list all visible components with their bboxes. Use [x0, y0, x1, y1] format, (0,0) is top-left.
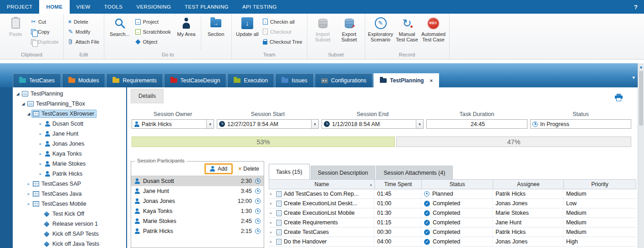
menu-tools[interactable]: TOOLS — [97, 0, 130, 14]
export-subset-button[interactable]: ↗ Export Subset — [336, 15, 363, 42]
duplicate-button[interactable]: Duplicate — [29, 38, 61, 46]
scrollbar-thumb[interactable] — [639, 71, 643, 126]
task-row[interactable]: ▸Create ExecutionList Mobile 01:30 ✓Comp… — [269, 208, 636, 218]
row-expand-icon[interactable]: ▸ — [270, 230, 274, 234]
participant-row[interactable]: Marie Stokes 2:45 — [131, 216, 264, 226]
expanded-arrow-icon[interactable]: ◢ — [20, 102, 26, 106]
copy-button[interactable]: Copy — [29, 28, 61, 35]
collapsed-arrow-icon[interactable]: ▸ — [38, 162, 43, 166]
collapsed-arrow-icon[interactable]: ▸ — [26, 182, 31, 186]
session-start-field[interactable]: 12/27/2017 8:54 AM ▾ — [217, 119, 319, 129]
row-expand-icon[interactable]: ▸ — [270, 192, 274, 196]
column-header-status[interactable]: Status — [422, 180, 493, 189]
session-owner-field[interactable]: Patrik Hicks ▾ — [132, 119, 214, 129]
row-expand-icon[interactable]: ▸ — [270, 220, 274, 225]
column-header-name[interactable]: Name▲ — [269, 180, 375, 189]
menu-view[interactable]: VIEW — [70, 0, 97, 14]
section-button[interactable]: → Section — [203, 15, 229, 37]
tree-item-testplanning-tbox[interactable]: ◢ TestPlanning_TBox — [13, 99, 126, 109]
tab-overflow-icon[interactable]: ▾ — [632, 75, 635, 81]
participant-row[interactable]: Kaya Tonks 1:30 — [131, 206, 264, 216]
tab-session-attachments[interactable]: Session Attachments (4) — [376, 166, 452, 179]
row-expand-icon[interactable]: ▸ — [270, 211, 274, 215]
participant-row[interactable]: Jane Hunt 3:45 — [131, 186, 264, 196]
tree-item-kaya-tonks[interactable]: ▸ Kaya Tonks — [13, 149, 126, 159]
search-button[interactable]: Search... — [107, 15, 133, 37]
row-expand-icon[interactable]: ▸ — [270, 201, 274, 206]
tree-item-kick-off-sap-tests[interactable]: Kick off SAP Tests — [13, 229, 126, 239]
details-tab[interactable]: Details — [131, 89, 164, 103]
tab-issues[interactable]: Issues — [275, 73, 314, 87]
tree-item-dusan-scott[interactable]: ▸ Dusan Scott — [13, 119, 126, 129]
modify-button[interactable]: ✎ Modify — [66, 28, 102, 35]
participant-row[interactable]: Patrik Hicks 2:15 — [131, 226, 264, 236]
tab-testplanning[interactable]: TestPlanning × — [373, 73, 439, 87]
paste-button[interactable]: Paste — [2, 15, 29, 37]
tab-configurations[interactable]: Configurations — [315, 73, 373, 87]
delete-participant-button[interactable]: × Delete — [236, 165, 261, 173]
collapsed-arrow-icon[interactable]: ▸ — [26, 192, 31, 196]
tab-session-description[interactable]: Session Description — [311, 166, 375, 179]
tree-item-kick-off-java-tests[interactable]: Kick off Java Tests — [13, 239, 126, 248]
column-header-priority[interactable]: Priority — [564, 180, 636, 189]
tab-requirements[interactable]: Requirements — [106, 73, 163, 87]
tree-item-testcases-sap[interactable]: ▸ TestCases SAP — [13, 179, 126, 189]
tab-testcasedesign[interactable]: TestCaseDesign — [164, 73, 226, 87]
task-row[interactable]: ▸Create Requirements 01:15 ✓Completed Ja… — [269, 218, 636, 228]
task-row[interactable]: ▸Add TestCases to Com.Rep... 01:45 Plann… — [269, 189, 636, 199]
menu-versioning[interactable]: VERSIONING — [129, 0, 178, 14]
checkin-all-button[interactable]: ↓ Checkin all — [261, 18, 305, 25]
automated-test-case-button[interactable]: REC Automated Test Case — [420, 15, 447, 42]
help-icon[interactable]: ? — [628, 0, 644, 14]
tab-testcases[interactable]: TestCases — [13, 73, 61, 87]
tree-item-testcases-java[interactable]: ▸ TestCases Java — [13, 189, 126, 199]
expanded-arrow-icon[interactable]: ◢ — [26, 112, 31, 116]
collapsed-arrow-icon[interactable]: ▸ — [38, 142, 43, 146]
menu-api-testing[interactable]: API TESTING — [235, 0, 284, 14]
vertical-scrollbar[interactable]: ▲ — [638, 63, 644, 248]
exploratory-scenario-button[interactable]: ✎ Exploratory Scenario — [368, 15, 394, 42]
dropdown-arrow-icon[interactable]: ▾ — [206, 120, 214, 128]
tab-tasks[interactable]: Tasks (15) — [269, 164, 310, 179]
checkout-tree-button[interactable]: Checkout Tree — [261, 38, 305, 46]
participant-row[interactable]: Jonas Jones 12:00 — [131, 196, 264, 206]
collapsed-arrow-icon[interactable]: ▸ — [38, 152, 43, 156]
delete-button[interactable]: × Delete — [66, 18, 102, 25]
print-icon[interactable] — [614, 94, 623, 103]
task-row[interactable]: ▸Do the Handover 04:00 ✓Completed Jonas … — [269, 237, 636, 247]
goto-scratchbook-button[interactable]: → Scratchbook — [133, 28, 173, 35]
collapsed-arrow-icon[interactable]: ▸ — [38, 122, 43, 126]
tree-item-patrik-hicks[interactable]: ▸ Patrik Hicks — [13, 169, 126, 179]
menu-project[interactable]: PROJECT — [0, 0, 39, 14]
add-participant-button[interactable]: Add — [204, 163, 233, 174]
tab-modules[interactable]: Modules — [62, 73, 105, 87]
task-row[interactable]: ▸Create TestCases 00:30 ✓Completed Patri… — [269, 228, 636, 237]
tree-item-testplanning[interactable]: ◢ TestPlanning — [13, 89, 126, 99]
row-expand-icon[interactable]: ▸ — [270, 239, 274, 244]
menu-test-planning[interactable]: TEST PLANNING — [178, 0, 235, 14]
import-subset-button[interactable]: Import Subset — [310, 15, 336, 42]
expanded-arrow-icon[interactable]: ◢ — [15, 92, 20, 96]
participant-row[interactable]: Dusan Scott 2:30 — [131, 176, 264, 186]
tree-item-jane-hunt[interactable]: ▸ Jane Hunt — [13, 129, 126, 139]
tree-item-testcases-mobile[interactable]: ▸ TestCases Mobile — [13, 199, 126, 209]
checkout-button[interactable]: ↑ Checkout — [261, 28, 305, 35]
attach-file-button[interactable]: Attach File — [66, 38, 102, 46]
tab-execution[interactable]: Execution — [227, 73, 274, 87]
collapsed-arrow-icon[interactable]: ▸ — [38, 172, 43, 176]
scroll-up-icon[interactable]: ▲ — [638, 63, 644, 69]
task-duration-field[interactable]: 24:45 — [426, 119, 527, 129]
menu-home[interactable]: HOME — [39, 0, 69, 14]
cut-button[interactable]: ✂ Cut — [29, 18, 61, 25]
column-header-time-spent[interactable]: Time Spent — [375, 180, 422, 189]
update-all-button[interactable]: ↓ Update all — [234, 15, 261, 37]
collapsed-arrow-icon[interactable]: ▸ — [26, 202, 31, 206]
collapsed-arrow-icon[interactable]: ▸ — [38, 132, 43, 136]
goto-object-button[interactable]: Object — [133, 38, 173, 46]
tree-item-marie-stokes[interactable]: ▸ Marie Stokes — [13, 159, 126, 169]
goto-project-button[interactable]: → Project — [133, 18, 173, 25]
task-row[interactable]: ▸Create ExecutionList Deskt... 01:00 ✓Co… — [269, 199, 636, 208]
close-tab-icon[interactable]: × — [430, 78, 433, 83]
status-field[interactable]: In Progress — [530, 119, 631, 129]
column-header-assignee[interactable]: Assignee — [493, 180, 564, 189]
